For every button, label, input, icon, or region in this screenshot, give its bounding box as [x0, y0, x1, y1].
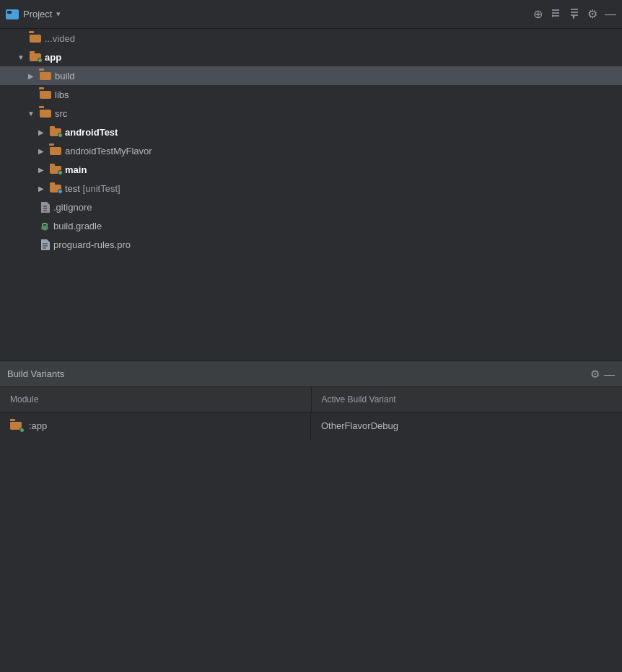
build-variants-title: Build Variants: [7, 368, 586, 379]
item-label-androidtest: androidTest: [65, 127, 118, 138]
minimize-icon[interactable]: —: [605, 8, 616, 21]
module-folder-icon: [10, 421, 23, 431]
folder-icon-vided: [29, 33, 42, 43]
chevron-androidtestmyflavor: [36, 147, 46, 155]
folder-icon-androidtest: [49, 127, 62, 137]
gradle-icon: [39, 221, 51, 231]
chevron-androidtest: [36, 128, 46, 136]
tree-item-libs[interactable]: libs: [0, 85, 622, 104]
chevron-app: [16, 53, 26, 61]
toolbar-title-group: Project ▾: [23, 9, 529, 19]
tree-item-androidtest[interactable]: androidTest: [0, 123, 622, 141]
item-label-vided: ...vided: [45, 33, 75, 44]
collapse-all-icon[interactable]: [550, 7, 561, 21]
chevron-test: [36, 185, 46, 193]
item-label-app: app: [45, 52, 61, 63]
col-module: Module: [0, 387, 311, 412]
item-label-gitignore: .gitignore: [53, 202, 92, 213]
item-label-test: test [unitTest]: [65, 183, 121, 194]
tree-item-main[interactable]: main: [0, 160, 622, 179]
item-label-androidtestmyflavor: androidTestMyFlavor: [65, 146, 152, 156]
item-label-proguard: proguard-rules.pro: [53, 239, 131, 250]
folder-icon-src: [39, 108, 52, 118]
folder-icon-app: [29, 52, 42, 62]
window-icon: [6, 9, 19, 19]
variant-cell[interactable]: OtherFlavorDebug: [311, 412, 622, 440]
tree-item-vided[interactable]: ...vided: [0, 29, 622, 48]
gitignore-icon: [39, 202, 51, 212]
toolbar-icons: ⊕ ⚙ —: [533, 7, 616, 22]
col-variant: Active Build Variant: [311, 387, 622, 412]
chevron-src: [26, 110, 36, 118]
tree-item-build[interactable]: build: [0, 66, 622, 85]
tree-item-gitignore[interactable]: .gitignore: [0, 198, 622, 216]
folder-icon-libs: [39, 89, 52, 100]
build-variants-settings-icon[interactable]: ⚙: [590, 368, 600, 381]
tree-item-proguard[interactable]: proguard-rules.pro: [0, 235, 622, 254]
table-header-row: Module Active Build Variant: [0, 387, 622, 412]
module-label: :app: [29, 420, 47, 431]
toolbar: Project ▾ ⊕ ⚙ —: [0, 0, 622, 29]
table-row[interactable]: :app OtherFlavorDebug: [0, 412, 622, 440]
tree-item-buildgradle[interactable]: build.gradle: [0, 216, 622, 235]
tree-item-androidtestmyflavor[interactable]: androidTestMyFlavor: [0, 141, 622, 160]
panel-header: Build Variants ⚙ —: [0, 361, 622, 387]
chevron-build: [26, 72, 36, 80]
tree-item-app[interactable]: app: [0, 48, 622, 66]
tree-item-test[interactable]: test [unitTest]: [0, 179, 622, 198]
toolbar-title-label: Project: [23, 9, 52, 19]
folder-icon-build: [39, 71, 52, 81]
folder-icon-androidtestmyflavor: [49, 146, 62, 156]
project-dropdown-icon[interactable]: ▾: [56, 9, 61, 19]
tree-item-src[interactable]: src: [0, 104, 622, 123]
collapse-some-icon[interactable]: [569, 7, 580, 22]
item-label-main: main: [65, 164, 87, 175]
item-label-libs: libs: [55, 89, 69, 100]
build-variants-table: Module Active Build Variant :app OtherFl…: [0, 387, 622, 440]
item-label-src: src: [55, 108, 67, 119]
proguard-icon: [39, 239, 51, 249]
folder-icon-main: [49, 164, 62, 174]
build-variants-panel: Build Variants ⚙ — Module Active Build V…: [0, 361, 622, 440]
add-icon[interactable]: ⊕: [533, 7, 543, 21]
item-label-buildgradle: build.gradle: [53, 221, 102, 231]
project-panel: ...vided app build libs src: [0, 29, 622, 361]
build-variants-minimize-icon[interactable]: —: [604, 368, 615, 380]
settings-icon[interactable]: ⚙: [587, 7, 597, 21]
item-label-build: build: [55, 71, 74, 81]
svg-point-11: [44, 227, 46, 229]
chevron-main: [36, 166, 46, 174]
module-cell: :app: [0, 412, 311, 440]
folder-icon-test: [49, 183, 62, 193]
